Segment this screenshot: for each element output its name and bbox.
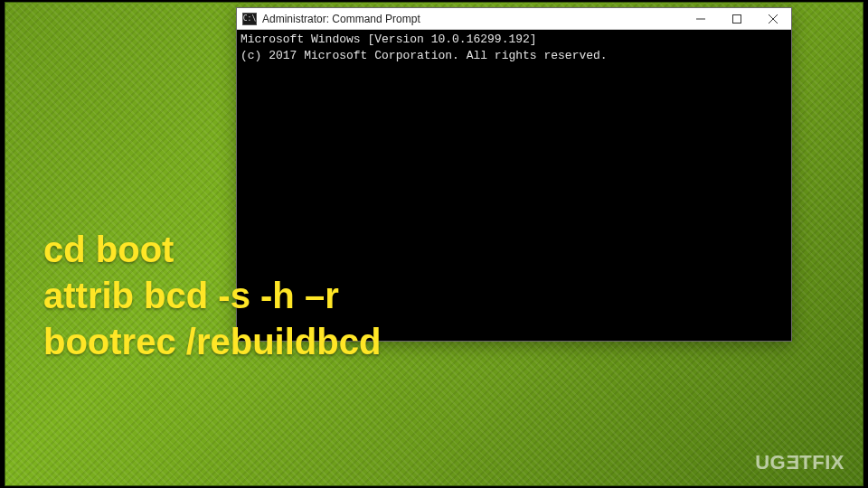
watermark-logo: UGETFIX [755, 451, 844, 474]
terminal-line-1: Microsoft Windows [Version 10.0.16299.19… [241, 33, 537, 46]
close-icon [769, 14, 778, 23]
terminal-line-2: (c) 2017 Microsoft Corporation. All righ… [241, 49, 608, 62]
command-overlay: cd boot attrib bcd -s -h –r bootrec /reb… [43, 227, 381, 366]
svg-rect-1 [733, 14, 741, 23]
watermark-part-2: E [786, 451, 799, 474]
watermark-part-3: TFIX [799, 451, 844, 474]
cmd-icon: C:\ [242, 13, 257, 25]
watermark-part-1: UG [755, 451, 786, 474]
minimize-button[interactable] [683, 8, 719, 30]
maximize-icon [732, 14, 741, 23]
minimize-icon [696, 14, 705, 23]
maximize-button[interactable] [719, 8, 755, 30]
window-title: Administrator: Command Prompt [262, 13, 420, 25]
background-canvas: C:\ Administrator: Command Prompt Micros… [5, 2, 863, 486]
overlay-line-3: bootrec /rebuildbcd [43, 319, 381, 365]
window-titlebar[interactable]: C:\ Administrator: Command Prompt [237, 8, 791, 30]
close-button[interactable] [755, 8, 791, 30]
overlay-line-1: cd boot [43, 227, 381, 273]
overlay-line-2: attrib bcd -s -h –r [43, 273, 381, 319]
